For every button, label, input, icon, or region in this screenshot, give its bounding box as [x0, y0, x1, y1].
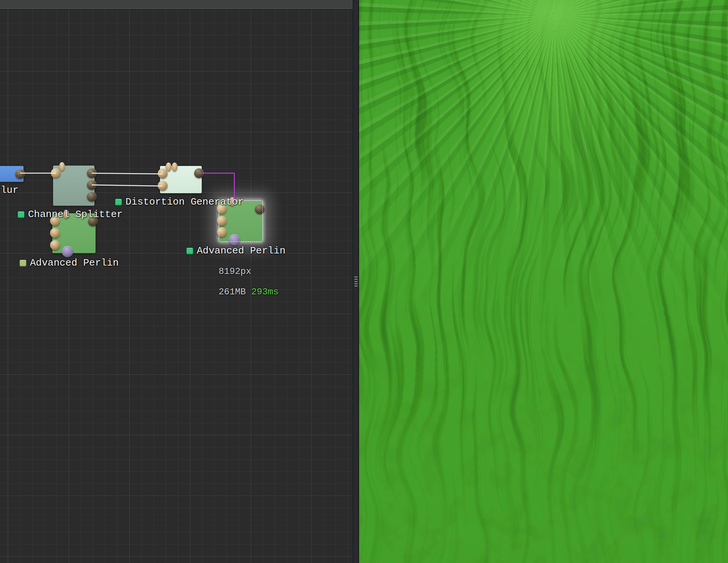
output-port[interactable]: [15, 169, 25, 179]
node-label-text: Channel Splitter: [28, 209, 123, 220]
texture-preview-2d[interactable]: [359, 0, 728, 563]
node-label-advanced-perlin-2: Advanced Perlin: [186, 245, 286, 256]
node-label-text: Distortion Generator: [126, 196, 244, 208]
stat-resolution: 8192px: [218, 266, 251, 277]
node-channel-splitter[interactable]: [53, 166, 94, 206]
input-port-3[interactable]: [50, 240, 60, 250]
node-label-channel-splitter: Channel Splitter: [17, 209, 123, 220]
input-port-3[interactable]: [217, 227, 227, 237]
node-type-badge: [115, 198, 122, 206]
texture-node-editor: lur Channel Splitter Advanced Perlin: [0, 0, 728, 563]
output-port[interactable]: [194, 168, 204, 178]
node-blur[interactable]: [0, 166, 24, 182]
node-connections: [0, 0, 353, 563]
node-label-text: lur: [1, 185, 19, 196]
input-port[interactable]: [51, 168, 61, 178]
node-type-badge: [186, 247, 194, 255]
input-port-2[interactable]: [158, 181, 168, 191]
stat-memory: 261MB: [218, 287, 246, 297]
bottom-port[interactable]: [229, 234, 240, 246]
output-port[interactable]: [255, 204, 265, 214]
node-label-advanced-perlin-1: Advanced Perlin: [19, 257, 119, 269]
wire-splitter-out1-to-distortion[interactable]: [92, 173, 162, 174]
output-port-g[interactable]: [87, 180, 97, 190]
output-port-r[interactable]: [87, 168, 97, 178]
top-port[interactable]: [59, 162, 65, 171]
divider-grip-icon[interactable]: [354, 277, 358, 286]
node-distortion-generator[interactable]: [160, 166, 202, 193]
bottom-port[interactable]: [62, 246, 73, 257]
input-port-2[interactable]: [50, 228, 60, 238]
stat-render-time: 293ms: [251, 287, 279, 297]
node-label-blur: lur: [1, 185, 19, 196]
node-label-text: Advanced Perlin: [30, 257, 119, 269]
node-type-badge: [19, 259, 27, 267]
node-graph-canvas[interactable]: lur Channel Splitter Advanced Perlin: [0, 0, 353, 563]
pane-divider[interactable]: [353, 0, 359, 563]
node-stats: 8192px 261MB 293ms: [186, 256, 279, 307]
input-port-2[interactable]: [217, 216, 227, 226]
node-label-distortion-generator: Distortion Generator: [115, 196, 244, 208]
wire-splitter-out2-to-distortion[interactable]: [92, 185, 162, 186]
input-port-1[interactable]: [158, 169, 168, 178]
graph-toolbar: [0, 0, 353, 9]
output-port-b[interactable]: [87, 192, 97, 202]
top-port-1[interactable]: [166, 163, 171, 171]
top-port-2[interactable]: [172, 163, 177, 171]
texture-preview-image: [359, 0, 728, 563]
node-type-badge: [17, 211, 25, 219]
node-label-text: Advanced Perlin: [197, 245, 286, 256]
